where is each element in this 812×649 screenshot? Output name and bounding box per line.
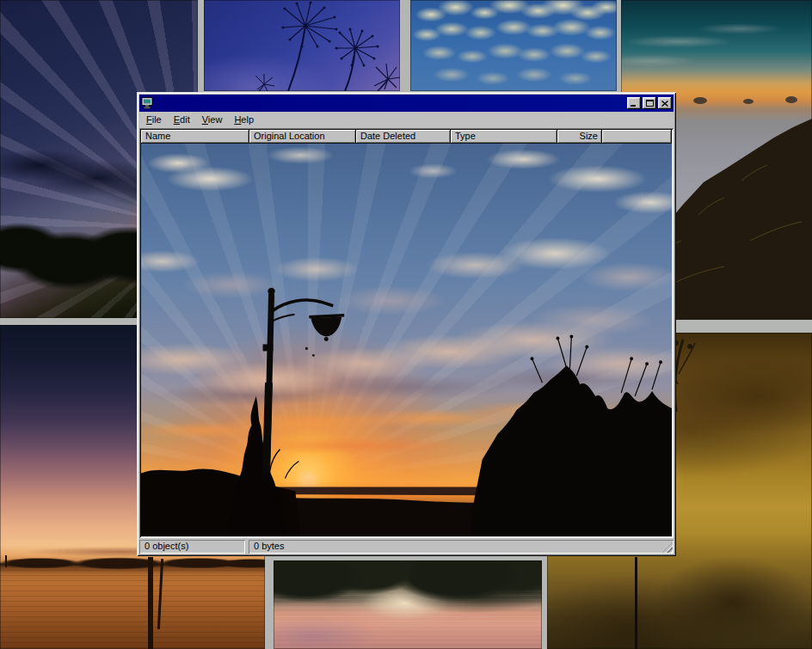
maximize-button[interactable] xyxy=(643,97,656,109)
cloud-sky-photo xyxy=(410,0,617,91)
status-bytes-panel: 0 bytes xyxy=(249,540,674,554)
minimize-icon xyxy=(631,101,637,107)
water-reflection-photo xyxy=(274,560,542,649)
menu-item-edit[interactable]: Edit xyxy=(168,113,196,127)
wisp-tips xyxy=(532,337,661,364)
cypress-tree xyxy=(227,396,287,536)
umbel-flower-silhouettes xyxy=(204,0,400,91)
street-lamp xyxy=(263,288,345,474)
menu-item-help[interactable]: Help xyxy=(228,113,260,127)
computer-icon[interactable] xyxy=(141,97,155,109)
water-stick xyxy=(5,555,7,567)
silhouette-layer xyxy=(141,144,672,536)
menu-item-file[interactable]: File xyxy=(140,113,168,127)
list-view[interactable] xyxy=(141,144,672,536)
status-objects: 0 object(s) xyxy=(139,540,245,554)
water-pole xyxy=(148,557,153,649)
column-headers: Name Original Location Date Deleted Type… xyxy=(141,130,672,144)
column-header-original-location[interactable]: Original Location xyxy=(249,130,356,144)
blurred-pole xyxy=(635,557,637,649)
minimize-button[interactable] xyxy=(627,97,641,109)
maximize-icon xyxy=(646,100,654,107)
list-view-frame: Name Original Location Date Deleted Type… xyxy=(139,128,674,538)
column-header-blank[interactable] xyxy=(602,130,672,144)
close-icon xyxy=(661,101,668,107)
bush-sprigs xyxy=(270,450,299,479)
desktop: File Edit View Help Name Original Locati… xyxy=(0,0,812,649)
recycle-bin-window: File Edit View Help Name Original Locati… xyxy=(137,92,676,556)
status-bar: 0 object(s) 0 bytes xyxy=(139,540,674,554)
column-header-type[interactable]: Type xyxy=(451,130,557,144)
right-tree-mass xyxy=(471,365,672,536)
menu-bar: File Edit View Help xyxy=(139,112,674,128)
column-header-name[interactable]: Name xyxy=(141,130,249,144)
menu-item-view[interactable]: View xyxy=(196,113,229,127)
water-ripples xyxy=(0,565,265,649)
column-header-size[interactable]: Size xyxy=(557,130,602,144)
title-bar[interactable] xyxy=(139,95,674,112)
resize-grip[interactable] xyxy=(662,542,673,553)
close-button[interactable] xyxy=(658,97,672,109)
column-header-date-deleted[interactable]: Date Deleted xyxy=(356,130,451,144)
status-bytes: 0 bytes xyxy=(254,541,284,551)
flower-silhouette-photo xyxy=(204,0,400,91)
